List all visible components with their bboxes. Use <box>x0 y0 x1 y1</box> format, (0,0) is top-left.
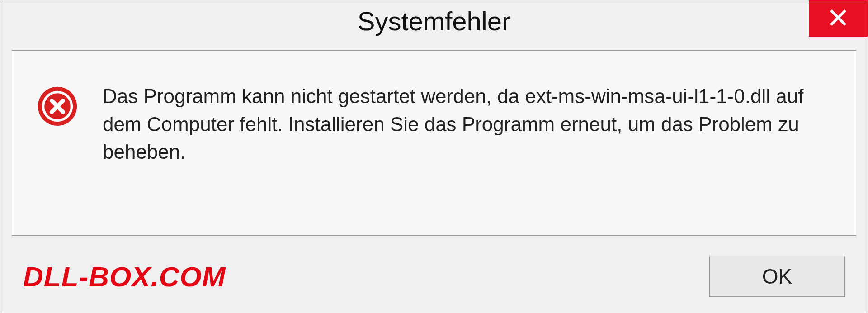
dialog-title: Systemfehler <box>358 6 510 36</box>
ok-button[interactable]: OK <box>709 256 845 297</box>
error-dialog: Systemfehler Das Programm kann nicht ges… <box>0 0 868 313</box>
close-icon <box>828 8 848 29</box>
titlebar: Systemfehler <box>0 0 868 41</box>
dialog-footer: DLL-BOX.COM OK <box>0 247 868 313</box>
error-message: Das Programm kann nicht gestartet werden… <box>103 82 831 166</box>
watermark-text: DLL-BOX.COM <box>23 261 226 293</box>
close-button[interactable] <box>809 0 868 37</box>
error-icon <box>37 86 78 127</box>
content-panel: Das Programm kann nicht gestartet werden… <box>12 50 856 236</box>
